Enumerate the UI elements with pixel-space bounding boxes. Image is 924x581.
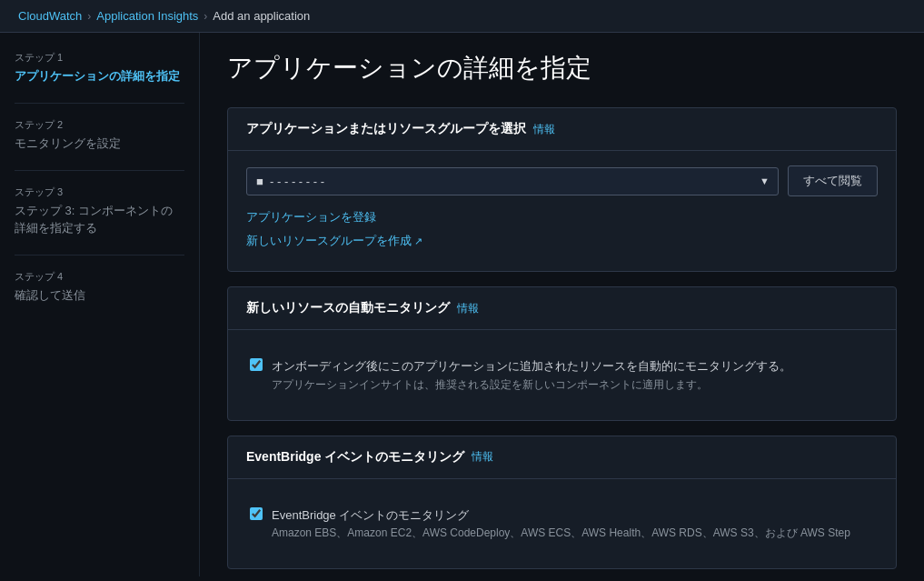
- breadcrumb-app-insights[interactable]: Application Insights: [96, 9, 198, 23]
- auto-monitor-header: 新しいリソースの自動モニタリング 情報: [228, 287, 896, 330]
- breadcrumb-current: Add an application: [213, 9, 310, 23]
- auto-monitor-checkbox-text: オンボーディング後にこのアプリケーションに追加されたリソースを自動的にモニタリン…: [272, 357, 791, 393]
- resource-group-body: ■ - - - - - - - - ▼ すべて閲覧 アプリケーションを登録 新し…: [228, 151, 896, 271]
- resource-group-section: アプリケーションまたはリソースグループを選択 情報 ■ - - - - - - …: [227, 107, 897, 272]
- eventbridge-checkbox-text: EventBridge イベントのモニタリング Amazon EBS、Amazo…: [272, 506, 850, 542]
- breadcrumb-sep-1: ›: [87, 10, 91, 23]
- step-divider-2: [15, 170, 184, 171]
- auto-monitor-body: オンボーディング後にこのアプリケーションに追加されたリソースを自動的にモニタリン…: [228, 330, 896, 420]
- breadcrumb-bar: CloudWatch › Application Insights › Add …: [0, 0, 924, 33]
- sidebar-step-2[interactable]: ステップ 2 モニタリングを設定: [15, 118, 184, 152]
- eventbridge-header: EventBridge イベントのモニタリング 情報: [228, 436, 896, 479]
- step-1-number: ステップ 1: [15, 51, 184, 65]
- browse-all-button[interactable]: すべて閲覧: [788, 165, 878, 196]
- auto-monitor-label: オンボーディング後にこのアプリケーションに追加されたリソースを自動的にモニタリン…: [272, 357, 791, 376]
- main-layout: ステップ 1 アプリケーションの詳細を指定 ステップ 2 モニタリングを設定 ス…: [0, 33, 924, 576]
- eventbridge-section: EventBridge イベントのモニタリング 情報 EventBridge イ…: [227, 436, 897, 570]
- auto-monitor-section: 新しいリソースの自動モニタリング 情報 オンボーディング後にこのアプリケーション…: [227, 286, 897, 421]
- eventbridge-title: EventBridge イベントのモニタリング: [246, 449, 464, 466]
- sidebar-step-1[interactable]: ステップ 1 アプリケーションの詳細を指定: [15, 51, 184, 85]
- auto-monitor-title: 新しいリソースの自動モニタリング: [246, 300, 450, 316]
- auto-monitor-sublabel: アプリケーションインサイトは、推奨される設定を新しいコンポーネントに適用します。: [272, 377, 791, 393]
- step-divider-1: [15, 103, 184, 104]
- resource-group-title: アプリケーションまたはリソースグループを選択: [246, 121, 526, 137]
- step-3-label: ステップ 3: コンポーネントの 詳細を指定する: [15, 203, 184, 235]
- sidebar: ステップ 1 アプリケーションの詳細を指定 ステップ 2 モニタリングを設定 ス…: [0, 33, 200, 576]
- sidebar-step-3[interactable]: ステップ 3 ステップ 3: コンポーネントの 詳細を指定する: [15, 185, 184, 235]
- page-title: アプリケーションの詳細を指定: [227, 51, 897, 85]
- create-resource-group-link[interactable]: 新しいリソースグループを作成↗: [246, 233, 878, 249]
- breadcrumb-cloudwatch[interactable]: CloudWatch: [18, 9, 82, 23]
- resource-group-select-wrapper: ■ - - - - - - - - ▼: [246, 167, 779, 195]
- resource-group-header: アプリケーションまたはリソースグループを選択 情報: [228, 108, 896, 151]
- step-3-number: ステップ 3: [15, 185, 184, 199]
- eventbridge-label: EventBridge イベントのモニタリング: [272, 506, 850, 525]
- step-2-number: ステップ 2: [15, 118, 184, 132]
- step-4-number: ステップ 4: [15, 270, 184, 284]
- sidebar-step-4[interactable]: ステップ 4 確認して送信: [15, 270, 184, 304]
- auto-monitor-checkbox[interactable]: [250, 358, 263, 371]
- external-link-icon: ↗: [414, 235, 422, 246]
- resource-group-select[interactable]: ■ - - - - - - - -: [246, 167, 779, 195]
- eventbridge-checkbox-row: EventBridge イベントのモニタリング Amazon EBS、Amazo…: [246, 494, 878, 555]
- register-app-link[interactable]: アプリケーションを登録: [246, 209, 878, 225]
- content-area: アプリケーションの詳細を指定 アプリケーションまたはリソースグループを選択 情報…: [200, 33, 924, 576]
- auto-monitor-info-link[interactable]: 情報: [457, 301, 479, 316]
- breadcrumb-sep-2: ›: [204, 10, 207, 23]
- step-2-label: モニタリングを設定: [15, 135, 184, 152]
- resource-group-info-link[interactable]: 情報: [533, 122, 555, 137]
- eventbridge-sublabel: Amazon EBS、Amazon EC2、AWS CodeDeploy、AWS…: [272, 526, 850, 541]
- step-1-label: アプリケーションの詳細を指定: [15, 68, 184, 85]
- step-divider-3: [15, 255, 184, 255]
- auto-monitor-checkbox-row: オンボーディング後にこのアプリケーションに追加されたリソースを自動的にモニタリン…: [246, 345, 878, 406]
- resource-group-dropdown-row: ■ - - - - - - - - ▼ すべて閲覧: [246, 165, 878, 196]
- step-4-label: 確認して送信: [15, 287, 184, 304]
- eventbridge-info-link[interactable]: 情報: [472, 449, 493, 465]
- eventbridge-body: EventBridge イベントのモニタリング Amazon EBS、Amazo…: [228, 479, 896, 569]
- eventbridge-checkbox[interactable]: [250, 507, 263, 520]
